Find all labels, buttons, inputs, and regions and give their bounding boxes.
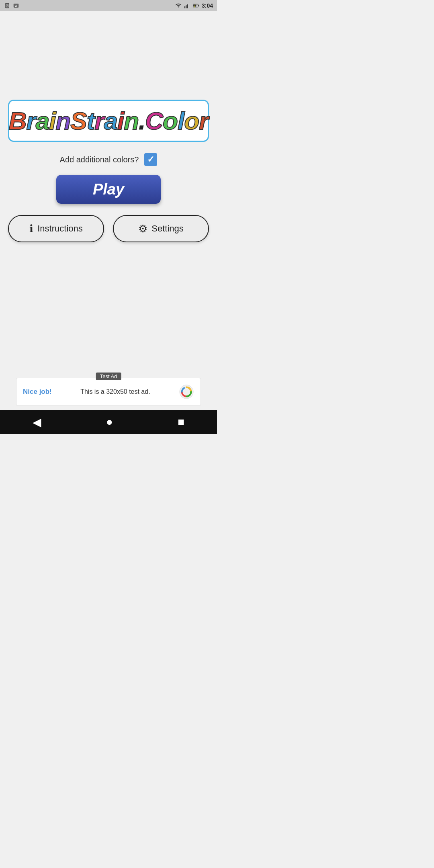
- ad-description: This is a 320x50 test ad.: [80, 388, 150, 395]
- svg-rect-4: [6, 6, 8, 6]
- signal-icon: [184, 3, 190, 8]
- additional-colors-option: Add additional colors? ✓: [60, 153, 158, 166]
- additional-colors-label: Add additional colors?: [60, 155, 139, 164]
- ad-banner: Test Ad Nice job! This is a 320x50 test …: [16, 378, 201, 406]
- svg-rect-3: [8, 5, 8, 6]
- main-content: BrainStrain.Color Add additional colors?…: [0, 11, 217, 410]
- instructions-button[interactable]: ℹ Instructions: [8, 215, 104, 242]
- checkbox-checkmark: ✓: [147, 155, 154, 164]
- logo-letter-i2: i: [117, 107, 124, 135]
- sim-icon: [4, 3, 10, 8]
- logo-letter-S: S: [70, 107, 86, 135]
- logo-letter-o2: o: [184, 107, 199, 135]
- svg-rect-9: [187, 4, 188, 8]
- logo-letter-r3: r: [199, 107, 208, 135]
- svg-rect-11: [190, 3, 190, 8]
- instructions-label: Instructions: [37, 223, 83, 234]
- logo-letter-i1: i: [49, 107, 55, 135]
- logo-letter-r2: r: [94, 107, 104, 135]
- svg-rect-1: [6, 4, 9, 7]
- gear-icon: ⚙: [138, 223, 147, 235]
- logo-letter-r1: r: [27, 107, 36, 135]
- logo-letter-o1: o: [163, 107, 178, 135]
- battery-icon: [193, 3, 199, 8]
- wifi-icon: [175, 3, 182, 8]
- logo-letter-a2: a: [104, 107, 117, 135]
- nav-recent-button[interactable]: ■: [178, 416, 184, 428]
- status-icons-left: A: [4, 3, 19, 8]
- ad-logo-icon: [179, 384, 194, 399]
- svg-rect-2: [6, 5, 7, 6]
- logo-container: BrainStrain.Color: [8, 100, 209, 142]
- logo-letter-l: l: [178, 107, 184, 135]
- play-button[interactable]: Play: [56, 175, 161, 204]
- ad-test-label: Test Ad: [96, 373, 121, 380]
- nav-back-button[interactable]: ◀: [33, 416, 41, 429]
- logo-letter-t: t: [87, 107, 95, 135]
- keyboard-icon: A: [13, 3, 19, 8]
- app-logo: BrainStrain.Color: [9, 106, 208, 135]
- logo-letter-B: B: [9, 107, 27, 135]
- info-icon: ℹ: [29, 223, 33, 235]
- time-display: 3:04: [202, 2, 213, 9]
- status-bar: A 3:04: [0, 0, 217, 11]
- nav-bar: ◀ ● ■: [0, 410, 217, 434]
- svg-text:A: A: [15, 4, 17, 7]
- logo-letter-C: C: [145, 107, 163, 135]
- svg-rect-13: [198, 5, 199, 6]
- settings-label: Settings: [151, 223, 184, 234]
- bottom-buttons-row: ℹ Instructions ⚙ Settings: [8, 215, 209, 242]
- settings-button[interactable]: ⚙ Settings: [113, 215, 209, 242]
- additional-colors-checkbox[interactable]: ✓: [144, 153, 157, 166]
- ad-nice-label: Nice job!: [23, 388, 52, 396]
- svg-rect-10: [188, 3, 189, 8]
- logo-dot: .: [139, 107, 145, 135]
- nav-home-button[interactable]: ●: [106, 416, 113, 428]
- svg-line-15: [194, 4, 195, 8]
- svg-rect-8: [186, 5, 186, 8]
- logo-letter-n1: n: [55, 107, 70, 135]
- svg-rect-7: [184, 6, 185, 8]
- logo-letter-a1: a: [36, 107, 49, 135]
- logo-letter-n2: n: [124, 107, 139, 135]
- status-icons-right: 3:04: [175, 2, 213, 9]
